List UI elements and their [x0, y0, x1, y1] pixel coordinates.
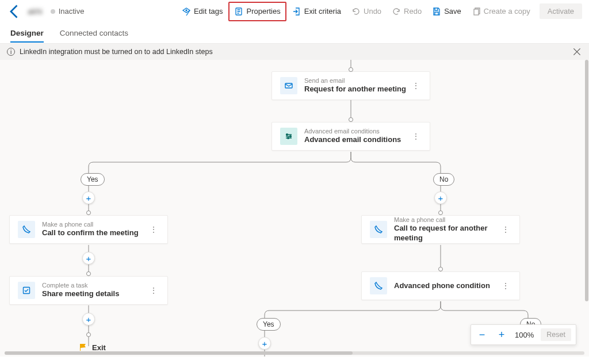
node-call-request[interactable]: Make a phone call Call to request for an… — [361, 215, 520, 244]
exit-criteria-label: Exit criteria — [304, 7, 341, 16]
node-text: Send an email Request for another meetin… — [304, 77, 410, 94]
flag-icon — [78, 343, 87, 352]
add-step-button[interactable]: + — [82, 313, 95, 325]
info-bar: i LinkedIn integration must be turned on… — [0, 44, 589, 60]
connectors — [0, 60, 589, 357]
zoom-reset-button[interactable]: Reset — [541, 328, 571, 341]
connector-dot — [349, 117, 353, 122]
activate-button[interactable]: Activate — [540, 3, 582, 19]
properties-button[interactable]: Properties — [230, 4, 285, 19]
svg-point-13 — [290, 136, 292, 137]
create-copy-button[interactable]: Create a copy — [467, 4, 535, 19]
node-text: Advanced phone condition — [394, 281, 500, 291]
exit-criteria-button[interactable]: Exit criteria — [288, 4, 346, 19]
svg-rect-2 — [474, 9, 479, 15]
designer-canvas[interactable]: Send an email Request for another meetin… — [0, 60, 589, 357]
info-message: LinkedIn integration must be turned on t… — [20, 48, 213, 56]
connector-dot — [349, 67, 353, 72]
connector-dot — [86, 332, 91, 337]
tab-designer[interactable]: Designer — [10, 24, 44, 42]
task-icon — [18, 282, 35, 299]
save-label: Save — [444, 7, 461, 16]
status-dot — [51, 9, 55, 14]
svg-rect-15 — [24, 288, 30, 294]
add-step-button[interactable]: + — [82, 252, 95, 265]
node-more-button[interactable]: ⋮ — [500, 281, 511, 290]
sequence-name: akhi — [28, 7, 43, 16]
top-bar: akhi Inactive Edit tags Properties Exit … — [0, 0, 589, 23]
redo-button[interactable]: Redo — [387, 4, 426, 19]
add-step-button[interactable]: + — [258, 337, 271, 350]
vertical-scrollbar[interactable] — [585, 60, 588, 352]
properties-highlight: Properties — [228, 2, 286, 21]
info-icon: i — [7, 48, 15, 56]
node-more-button[interactable]: ⋮ — [148, 225, 159, 234]
redo-label: Redo — [404, 7, 422, 16]
zoom-in-button[interactable]: + — [495, 328, 508, 341]
node-email[interactable]: Send an email Request for another meetin… — [271, 71, 430, 100]
connector-dot — [438, 210, 443, 215]
no-badge: No — [433, 173, 454, 186]
zoom-out-button[interactable]: − — [476, 328, 488, 341]
node-text: Complete a task Share meeting details — [42, 282, 148, 299]
email-icon — [280, 77, 297, 94]
info-close-button[interactable] — [572, 47, 582, 57]
yes-badge: Yes — [81, 173, 105, 186]
svg-point-14 — [288, 137, 289, 139]
edit-tags-button[interactable]: Edit tags — [177, 4, 228, 19]
node-call-confirm[interactable]: Make a phone call Call to confirm the me… — [9, 215, 168, 244]
node-text: Advanced email conditions Advanced email… — [304, 128, 410, 145]
node-text: Make a phone call Call to request for an… — [394, 216, 500, 243]
back-button[interactable] — [7, 3, 23, 20]
create-copy-label: Create a copy — [484, 7, 530, 16]
svg-rect-11 — [285, 83, 292, 88]
node-email-conditions[interactable]: Advanced email conditions Advanced email… — [271, 122, 430, 151]
conditions-icon — [280, 128, 297, 145]
add-step-button[interactable]: + — [82, 191, 95, 204]
edit-tags-label: Edit tags — [194, 7, 223, 16]
properties-label: Properties — [246, 7, 280, 16]
tab-connected-contacts[interactable]: Connected contacts — [60, 24, 128, 42]
node-more-button[interactable]: ⋮ — [410, 132, 422, 141]
phone-icon — [18, 221, 35, 238]
save-button[interactable]: Save — [427, 4, 466, 19]
zoom-control: − + 100% Reset — [471, 324, 576, 345]
zoom-level: 100% — [515, 331, 534, 339]
connector-dot — [86, 271, 91, 276]
node-more-button[interactable]: ⋮ — [148, 286, 159, 295]
phone-icon — [370, 221, 387, 238]
horizontal-scrollbar[interactable] — [5, 351, 584, 355]
add-step-button[interactable]: + — [434, 191, 447, 204]
toolbar-actions: Edit tags Properties Exit criteria Undo … — [177, 2, 582, 21]
node-text: Make a phone call Call to confirm the me… — [42, 221, 148, 238]
svg-point-12 — [286, 134, 288, 136]
yes-badge: Yes — [257, 318, 281, 331]
node-more-button[interactable]: ⋮ — [410, 81, 422, 90]
status-text: Inactive — [59, 7, 85, 16]
phone-condition-icon — [370, 277, 387, 294]
node-task[interactable]: Complete a task Share meeting details ⋮ — [9, 276, 168, 305]
node-phone-condition[interactable]: Advanced phone condition ⋮ — [361, 271, 520, 300]
connector-dot — [86, 210, 91, 215]
undo-label: Undo — [364, 7, 381, 16]
undo-button[interactable]: Undo — [347, 4, 386, 19]
tabs-row: Designer Connected contacts — [0, 23, 589, 44]
node-more-button[interactable]: ⋮ — [500, 225, 511, 234]
connector-dot — [438, 267, 443, 271]
exit-step[interactable]: Exit — [78, 343, 106, 352]
svg-point-0 — [186, 10, 187, 11]
